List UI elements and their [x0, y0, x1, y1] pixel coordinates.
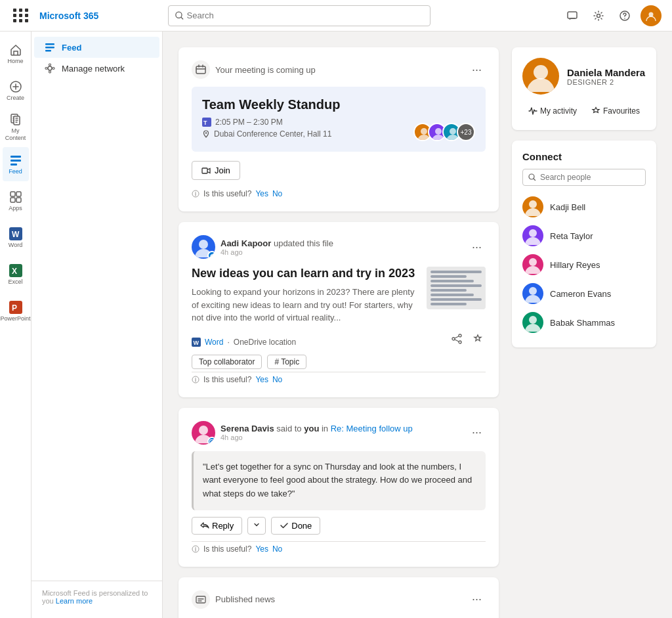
connect-card: Connect Kadji Bell Reta Taylor	[512, 141, 656, 347]
message-yes-link[interactable]: Yes	[255, 544, 268, 554]
info-icon3	[192, 545, 200, 553]
excel-icon: X	[9, 264, 22, 277]
connect-search-bar[interactable]	[522, 169, 646, 186]
person-cameron[interactable]: Cameron Evans	[522, 279, 646, 308]
person-avatar-reta	[522, 225, 543, 246]
star-icon	[591, 106, 600, 116]
activity-icon	[528, 106, 537, 116]
learn-more-link[interactable]: Learn more	[56, 597, 93, 605]
svg-text:X: X	[12, 267, 17, 276]
tag-collaborator[interactable]: Top collaborator	[192, 355, 262, 369]
search-bar[interactable]	[168, 5, 430, 26]
svg-point-28	[49, 64, 51, 66]
person-kadji[interactable]: Kadji Bell	[522, 192, 646, 221]
waffle-menu[interactable]	[10, 5, 32, 26]
svg-text:T: T	[203, 120, 207, 126]
file-useful-row: Is this useful? Yes No	[192, 375, 486, 384]
svg-rect-23	[45, 47, 54, 49]
sidebar-manage-network[interactable]: Manage network	[34, 58, 159, 79]
message-useful-text: Is this useful?	[203, 544, 251, 554]
svg-rect-22	[45, 43, 54, 45]
person-hillary[interactable]: Hillary Reyes	[522, 250, 646, 279]
meeting-yes-link[interactable]: Yes	[255, 189, 268, 198]
feed-icon	[45, 42, 55, 53]
sidebar-item-apps[interactable]: Apps	[3, 184, 29, 218]
content-area: Your meeting is coming up ··· Team Weekl…	[163, 32, 672, 618]
attendee-count: +23	[457, 123, 475, 141]
meeting-more-button[interactable]: ···	[468, 62, 486, 78]
message-text: "Let's get together for a sync on Thursd…	[203, 462, 472, 499]
search-input[interactable]	[187, 11, 424, 20]
done-label: Done	[291, 521, 312, 531]
user-avatar-topbar[interactable]	[640, 5, 662, 26]
edit-badge	[207, 251, 215, 259]
feedback-icon[interactable]	[562, 5, 583, 26]
sidebar-item-powerpoint[interactable]: P PowerPoint	[3, 294, 29, 328]
sidebar-feed[interactable]: Feed	[34, 37, 159, 58]
svg-point-25	[48, 66, 52, 70]
svg-rect-1	[568, 12, 577, 18]
favourites-tab[interactable]: Favourites	[585, 102, 646, 120]
person-reta[interactable]: Reta Taylor	[522, 221, 646, 250]
file-useful-text: Is this useful?	[203, 375, 251, 384]
feed-label-narrow: Feed	[9, 168, 22, 175]
tag-topic[interactable]: # Topic	[267, 355, 306, 369]
file-yes-link[interactable]: Yes	[255, 375, 268, 384]
svg-point-55	[529, 287, 537, 295]
svg-point-50	[534, 65, 548, 79]
meeting-title: Team Weekly Standup	[202, 97, 340, 112]
person-avatar-babak	[522, 312, 543, 333]
sidebar-item-feed-narrow[interactable]: Feed	[3, 147, 29, 181]
tags-row: Top collaborator # Topic	[192, 355, 486, 369]
profile-avatar	[522, 58, 559, 95]
news-more-button[interactable]: ···	[468, 591, 486, 607]
reply-icon	[200, 521, 209, 530]
meeting-no-link[interactable]: No	[272, 189, 282, 198]
topbar-icons	[562, 5, 662, 26]
done-button[interactable]: Done	[271, 517, 320, 535]
message-more-button[interactable]: ···	[468, 424, 486, 441]
sidebar-item-excel[interactable]: X Excel	[3, 257, 29, 292]
svg-point-27	[52, 68, 54, 70]
help-icon[interactable]	[614, 5, 635, 26]
sidebar-item-word[interactable]: W Word	[3, 221, 29, 255]
settings-icon[interactable]	[588, 5, 609, 26]
meeting-banner: Team Weekly Standup T 2:05 PM – 2:30 PM …	[192, 87, 486, 152]
message-subject-link[interactable]: Re: Meeting follow up	[331, 424, 413, 433]
my-activity-tab[interactable]: My activity	[522, 102, 583, 120]
meeting-card: Your meeting is coming up ··· Team Weekl…	[178, 47, 499, 211]
file-thumbnail	[427, 267, 486, 309]
join-icon	[201, 166, 211, 175]
meeting-header-label: Your meeting is coming up	[215, 65, 316, 75]
reply-dropdown-button[interactable]	[247, 517, 266, 535]
sidebar-item-create[interactable]: Create	[3, 74, 29, 108]
favourites-label: Favourites	[603, 106, 640, 116]
share-file-button[interactable]	[449, 332, 465, 348]
sidebar-item-home[interactable]: Home	[3, 37, 29, 71]
file-user-name: Aadi Kapoor updated this file	[220, 238, 333, 248]
message-time-ago: 4h ago	[220, 433, 413, 441]
svg-rect-9	[10, 156, 21, 158]
home-label: Home	[7, 58, 23, 65]
svg-rect-15	[16, 198, 21, 202]
star-file-button[interactable]	[470, 332, 486, 348]
person-babak[interactable]: Babak Shammas	[522, 308, 646, 337]
chevron-down-icon	[253, 521, 260, 528]
file-no-link[interactable]: No	[272, 375, 282, 384]
join-label: Join	[215, 166, 230, 175]
person-name-babak: Babak Shammas	[550, 318, 615, 328]
excel-label: Excel	[8, 278, 22, 286]
activity-label: My activity	[540, 106, 577, 116]
join-meeting-button[interactable]: Join	[192, 161, 240, 180]
powerpoint-icon: P	[9, 301, 22, 314]
file-more-button[interactable]: ···	[468, 239, 486, 255]
sidebar-item-mycontent[interactable]: My Content	[3, 110, 29, 144]
svg-point-26	[45, 68, 47, 70]
svg-point-56	[529, 316, 537, 324]
file-location: OneDrive location	[234, 338, 296, 347]
app-logo: Microsoft 365	[39, 11, 98, 21]
word-link[interactable]: Word	[205, 338, 223, 347]
reply-button[interactable]: Reply	[192, 517, 242, 535]
message-no-link[interactable]: No	[272, 544, 282, 554]
connect-search-input[interactable]	[540, 173, 640, 182]
